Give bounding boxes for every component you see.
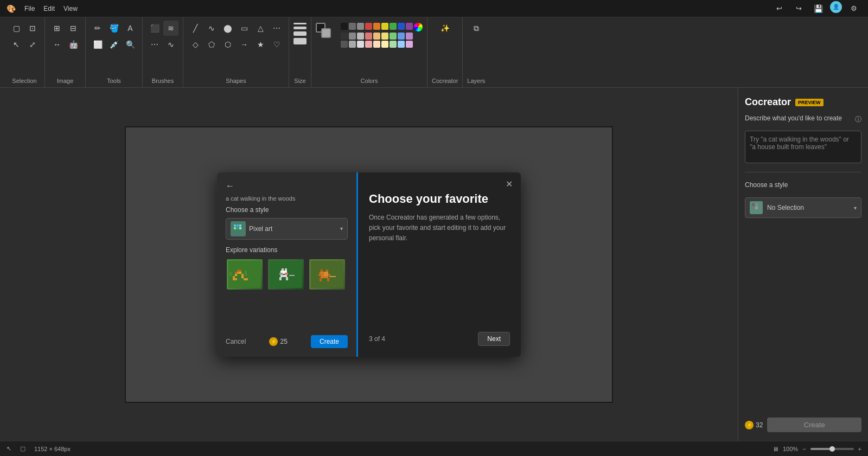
save-button[interactable]: 💾 bbox=[810, 1, 826, 16]
shape-tri-button[interactable]: △ bbox=[253, 21, 268, 36]
modal-variations-row bbox=[226, 258, 348, 291]
swatch-2-4[interactable] bbox=[365, 33, 372, 40]
swatch-blue[interactable] bbox=[398, 23, 405, 30]
shape-pent-button[interactable]: ⬠ bbox=[204, 37, 219, 52]
shape-oval-button[interactable]: ⬤ bbox=[220, 21, 235, 36]
zoom-slider[interactable] bbox=[810, 448, 854, 450]
select-free-button[interactable]: ⊡ bbox=[25, 21, 40, 36]
svg-rect-33 bbox=[324, 272, 328, 276]
shape-more-button[interactable]: ⋯ bbox=[269, 21, 284, 36]
modal-close-button[interactable]: ✕ bbox=[502, 178, 515, 191]
select-expand-button[interactable]: ⤢ bbox=[25, 37, 40, 52]
panel-credits-icon: ⚡ bbox=[745, 421, 754, 429]
swatch-2-8[interactable] bbox=[398, 33, 405, 40]
brush-1-button[interactable]: ⬛ bbox=[147, 21, 162, 36]
panel-create-button[interactable]: Create bbox=[767, 418, 861, 432]
text-button[interactable]: A bbox=[123, 21, 138, 36]
swatch-3-5[interactable] bbox=[373, 41, 380, 48]
svg-rect-15 bbox=[241, 276, 244, 278]
shape-line-button[interactable]: ╱ bbox=[188, 21, 203, 36]
shape-hex-button[interactable]: ⬡ bbox=[220, 37, 235, 52]
eraser-button[interactable]: ⬜ bbox=[90, 37, 105, 52]
layers-button[interactable]: ⧉ bbox=[469, 21, 484, 36]
active-color-bg[interactable] bbox=[321, 28, 331, 38]
cocreator-sparkle-button[interactable]: ✨ bbox=[437, 21, 452, 36]
svg-rect-40 bbox=[326, 269, 328, 272]
colorpicker-button[interactable]: 💉 bbox=[106, 37, 122, 52]
swatch-3-1[interactable] bbox=[341, 41, 348, 48]
shape-rect-button[interactable]: ▭ bbox=[237, 21, 252, 36]
swatch-2-7[interactable] bbox=[390, 33, 397, 40]
svg-rect-42 bbox=[752, 203, 755, 206]
shape-curve-button[interactable]: ∿ bbox=[204, 21, 219, 36]
brush-4-button[interactable]: ∿ bbox=[163, 37, 178, 52]
swatch-3-2[interactable] bbox=[349, 41, 356, 48]
swatch-2-3[interactable] bbox=[357, 33, 364, 40]
swatch-2-1[interactable] bbox=[341, 33, 348, 40]
swatch-3-6[interactable] bbox=[381, 41, 388, 48]
undo-button[interactable]: ↩ bbox=[771, 1, 787, 16]
zoom-in-icon[interactable]: + bbox=[858, 446, 861, 452]
swatch-black[interactable] bbox=[341, 23, 348, 30]
modal-style-dropdown[interactable]: Pixel art ▾ bbox=[226, 218, 348, 240]
menu-file[interactable]: File bbox=[24, 5, 35, 12]
select-arrow-button[interactable]: ↖ bbox=[9, 37, 24, 52]
pencil-button[interactable]: ✏ bbox=[90, 21, 105, 36]
info-icon[interactable]: ⓘ bbox=[855, 115, 861, 124]
modal-next-button[interactable]: Next bbox=[478, 332, 510, 346]
swatch-purple[interactable] bbox=[406, 23, 413, 30]
shape-diam-button[interactable]: ◇ bbox=[188, 37, 203, 52]
swatch-gray[interactable] bbox=[357, 23, 364, 30]
menu-edit[interactable]: Edit bbox=[43, 5, 55, 12]
variation-item-1[interactable] bbox=[226, 258, 264, 291]
svg-rect-1 bbox=[237, 224, 239, 227]
swatch-2-5[interactable] bbox=[373, 33, 380, 40]
swatch-3-9[interactable] bbox=[406, 41, 413, 48]
swatch-3-8[interactable] bbox=[398, 41, 405, 48]
brush-airbrush-button[interactable]: ≋ bbox=[163, 21, 178, 36]
swatch-3-4[interactable] bbox=[365, 41, 372, 48]
image-cocreator-button[interactable]: 🤖 bbox=[66, 37, 81, 52]
canvas-area[interactable]: ← a cat walking in the woods Choose a st… bbox=[0, 88, 738, 441]
color-row-2 bbox=[341, 33, 423, 40]
swatch-2-9[interactable] bbox=[406, 33, 413, 40]
select-rect-button[interactable]: ▢ bbox=[9, 21, 24, 36]
redo-button[interactable]: ↪ bbox=[791, 1, 806, 16]
image-resize-button[interactable]: ⊞ bbox=[49, 21, 65, 36]
zoom-out-icon[interactable]: − bbox=[802, 446, 806, 452]
swatch-3-3[interactable] bbox=[357, 41, 364, 48]
brush-3-button[interactable]: ⋯ bbox=[147, 37, 162, 52]
magnify-button[interactable]: 🔍 bbox=[123, 37, 138, 52]
image-flip-button[interactable]: ↔ bbox=[49, 37, 65, 52]
shape-heart-button[interactable]: ♡ bbox=[269, 37, 284, 52]
swatch-dark-gray[interactable] bbox=[349, 23, 356, 30]
variation-item-2[interactable] bbox=[267, 258, 305, 291]
color-row-1 bbox=[341, 23, 423, 31]
fill-button[interactable]: 🪣 bbox=[106, 21, 122, 36]
shape-arrow-button[interactable]: → bbox=[237, 37, 252, 52]
describe-input-area[interactable]: Try "a cat walking in the woods" or "a h… bbox=[745, 131, 861, 163]
style-dropdown[interactable]: No Selection ▾ bbox=[745, 197, 861, 218]
swatch-orange[interactable] bbox=[373, 23, 380, 30]
modal-create-button[interactable]: Create bbox=[311, 335, 348, 348]
image-crop-button[interactable]: ⊟ bbox=[66, 21, 81, 36]
svg-rect-28 bbox=[282, 268, 284, 271]
swatch-2-6[interactable] bbox=[381, 33, 388, 40]
swatch-green[interactable] bbox=[390, 23, 397, 30]
zoom-thumb[interactable] bbox=[829, 446, 835, 452]
swatch-yellow[interactable] bbox=[381, 23, 388, 30]
panel-credits-badge: ⚡ 32 bbox=[745, 421, 763, 429]
panel-credits-count: 32 bbox=[756, 421, 763, 429]
swatch-red[interactable] bbox=[365, 23, 372, 30]
modal-cancel-button[interactable]: Cancel bbox=[226, 338, 246, 345]
variation-item-3[interactable] bbox=[308, 258, 346, 291]
color-picker-wheel-button[interactable] bbox=[414, 23, 423, 31]
swatch-3-7[interactable] bbox=[390, 41, 397, 48]
settings-button[interactable]: ⚙ bbox=[846, 1, 861, 16]
modal-back-button[interactable]: ← bbox=[226, 181, 239, 191]
svg-rect-26 bbox=[279, 277, 282, 280]
profile-button[interactable]: 👤 bbox=[830, 1, 842, 13]
swatch-2-2[interactable] bbox=[349, 33, 356, 40]
menu-view[interactable]: View bbox=[63, 5, 78, 12]
shape-star-button[interactable]: ★ bbox=[253, 37, 268, 52]
